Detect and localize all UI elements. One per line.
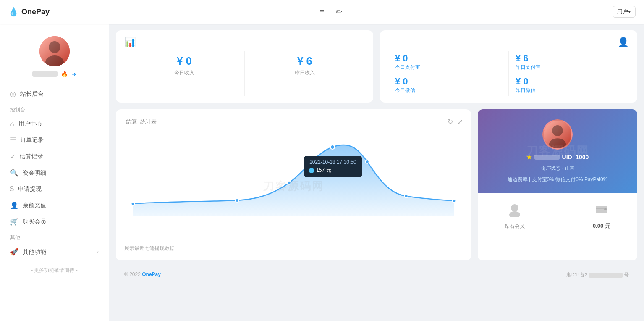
sidebar-item-membership[interactable]: 🛒 购买会员 [0,213,109,230]
menu-button[interactable]: ≡ [317,5,328,19]
balance-stat: 0.00 元 [593,202,610,230]
main-layout: 🔥 ➜ ◎ 站长后台 控制台 ⌂ 用户中心 ☰ 订单记录 ✓ 结算记录 🔍 资金… [0,24,644,321]
sidebar-label-recharge: 余额充值 [23,202,46,209]
chart-card: 结算 统计表 ↻ ⤢ [116,109,471,260]
profile-uid-row: ★ UID: 1000 [526,154,589,160]
person-icon: 👤 [618,37,629,48]
svg-point-9 [452,199,456,203]
svg-point-11 [552,125,563,136]
logo: 💧 OnePay [8,7,50,17]
chart-header: 结算 统计表 ↻ ⤢ [124,118,463,126]
top-header: 💧 OnePay ≡ ✏ 用户▾ [0,0,644,24]
sidebar-item-funds[interactable]: 🔍 资金明细 [0,165,109,181]
chart-title: 结算 统计表 [124,118,157,126]
membership-stat: 钻石会员 [505,202,525,230]
sidebar-label-settlement: 结算记录 [20,153,43,160]
membership-icon [507,202,522,220]
svg-point-8 [405,195,408,198]
list-icon: ☰ [10,136,16,144]
divider [559,205,559,226]
yesterday-income-label: 昨日收入 [295,69,315,76]
sidebar-item-settlement[interactable]: ✓ 结算记录 [0,148,109,165]
today-income-value: ¥ 0 [177,55,192,68]
bar-chart-icon: 📊 [124,37,365,48]
search-icon: 🔍 [10,169,18,177]
username-blur-card [534,155,560,160]
profile-card-top: ★ UID: 1000 商户状态 - 正常 通道费率 | 支付宝0% 微信支付0… [478,109,637,193]
refresh-icon[interactable]: ↻ [448,118,453,126]
icp-suffix: 号 [624,272,629,278]
yesterday-income-stat: ¥ 6 昨日收入 [245,51,365,96]
chevron-left-icon: ‹ [97,249,99,255]
sidebar-section-other: 其他 [0,230,109,244]
today-alipay-label: 今日支付宝 [395,64,502,71]
svg-point-5 [288,181,291,184]
svg-rect-17 [604,208,607,210]
footer-brand: OnePay [142,271,161,277]
footer-icp: 湘ICP备2 号 [566,271,629,279]
sidebar-item-recharge[interactable]: 👤 余额充值 [0,197,109,213]
home-icon: ⌂ [10,120,14,128]
yesterday-alipay-stat: ¥ 6 昨日支付宝 [516,53,622,71]
footer-copy-text: © 2022 [124,271,141,277]
sidebar-item-admin[interactable]: ◎ 站长后台 [0,86,109,102]
avatar [39,36,70,66]
edit-button[interactable]: ✏ [332,5,346,19]
svg-point-13 [511,204,518,212]
sidebar-label-funds: 资金明细 [23,169,46,177]
page-footer: © 2022 OnePay 湘ICP备2 号 [116,267,637,283]
uid-label: UID: 1000 [562,154,589,160]
dollar-icon: $ [10,185,14,193]
svg-point-6 [330,145,335,149]
stats-section: 📊 ¥ 0 今日收入 ¥ 6 昨日收入 👤 [116,30,637,103]
yesterday-income-value: ¥ 6 [297,55,312,68]
wallet-icon [594,202,609,220]
expand-icon[interactable]: ⤢ [457,118,463,126]
icp-number [589,273,623,278]
profile-card: ★ UID: 1000 商户状态 - 正常 通道费率 | 支付宝0% 微信支付0… [478,109,637,260]
today-income-stat: ¥ 0 今日收入 [124,51,245,96]
chart-area: 2022-10-18 17:30:50 157 元 刀客源码网 [124,132,463,240]
sidebar-item-other-features[interactable]: 🚀 其他功能 ‹ [0,244,109,260]
today-wechat-label: 今日微信 [395,87,502,94]
today-income-label: 今日收入 [174,69,194,76]
app-name: OnePay [21,8,50,16]
sidebar-item-user-center[interactable]: ⌂ 用户中心 [0,116,109,132]
yesterday-payment-col: ¥ 6 昨日支付宝 ¥ 0 昨日微信 [509,51,629,96]
sidebar-label-membership: 购买会员 [23,218,46,226]
check-circle-icon: ✓ [10,153,16,160]
content-area: 📊 ¥ 0 今日收入 ¥ 6 昨日收入 👤 [109,24,644,321]
user-dropdown[interactable]: 用户▾ [613,6,636,18]
svg-point-3 [131,202,135,205]
today-wechat-value: ¥ 0 [395,76,502,87]
yesterday-wechat-label: 昨日微信 [516,87,622,94]
today-payment-col: ¥ 0 今日支付宝 ¥ 0 今日微信 [388,51,509,96]
profile-status: 商户状态 - 正常 [540,165,575,172]
yesterday-wechat-value: ¥ 0 [516,76,622,87]
rocket-icon: 🚀 [10,248,18,256]
footer-copy: © 2022 OnePay [124,271,161,279]
fire-icon: 🔥 [61,71,68,77]
sidebar-item-withdraw[interactable]: $ 申请提现 [0,181,109,197]
sidebar-item-orders[interactable]: ☰ 订单记录 [0,132,109,148]
user-icon: 👤 [10,201,18,209]
chart-profile-row: 结算 统计表 ↻ ⤢ [116,109,637,260]
chart-svg [124,132,463,225]
yesterday-alipay-label: 昨日支付宝 [516,64,622,71]
header-controls: ≡ ✏ [317,5,346,19]
star-icon: ★ [526,154,532,160]
today-alipay-stat: ¥ 0 今日支付宝 [395,53,502,71]
today-wechat-stat: ¥ 0 今日微信 [395,76,502,94]
profile-card-bottom: 钻石会员 0.00 元 [478,193,637,238]
sidebar-section-dashboard: 控制台 [0,102,109,116]
profile-avatar [542,119,573,150]
sidebar-label-user-center: 用户中心 [18,120,42,128]
cart-icon: 🛒 [10,218,18,226]
icp-text: 湘ICP备2 [566,272,588,278]
sidebar-more-label: - 更多功能敬请期待 - [0,260,109,277]
svg-point-1 [49,41,60,53]
sidebar-label-withdraw: 申请提现 [18,185,42,193]
membership-label: 钻石会员 [505,223,525,230]
logout-icon[interactable]: ➜ [71,71,76,77]
yesterday-alipay-value: ¥ 6 [516,53,622,64]
